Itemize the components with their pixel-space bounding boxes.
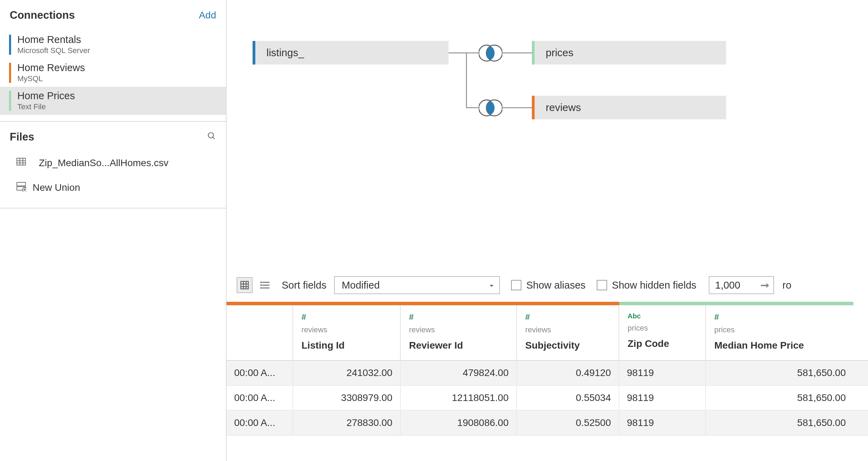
- sort-fields-select[interactable]: Modified: [334, 276, 500, 294]
- column-type: #: [525, 312, 610, 322]
- column-header[interactable]: # reviews Subjectivity: [517, 305, 619, 360]
- connector-line: [502, 52, 532, 53]
- grid-view-button[interactable]: [237, 277, 253, 293]
- column-header[interactable]: # reviews Reviewer Id: [401, 305, 517, 360]
- cell: 479824.00: [401, 361, 517, 385]
- column-type: Abc: [628, 312, 697, 320]
- files-section: Files Zip_MedianSo...AllHomes.csv New Un…: [0, 122, 226, 208]
- column-header[interactable]: [227, 305, 293, 360]
- svg-rect-14: [241, 281, 248, 289]
- connection-item-reviews[interactable]: Home Reviews MySQL: [0, 59, 226, 87]
- table-node-listings[interactable]: listings_: [253, 41, 449, 65]
- connection-color-bar: [9, 35, 11, 55]
- connector-line: [466, 52, 467, 108]
- column-name: Subjectivity: [525, 340, 610, 351]
- connections-list: Home Rentals Microsoft SQL Server Home R…: [10, 31, 216, 115]
- column-source: reviews: [525, 325, 610, 334]
- join-icon[interactable]: [479, 97, 502, 119]
- connection-item-rentals[interactable]: Home Rentals Microsoft SQL Server: [0, 31, 226, 59]
- show-hidden-checkbox[interactable]: Show hidden fields: [597, 280, 696, 291]
- sort-fields-label: Sort fields: [282, 280, 326, 291]
- node-color-bar: [532, 96, 535, 119]
- column-header[interactable]: Abc prices Zip Code: [619, 305, 706, 360]
- data-grid: # reviews Listing Id # reviews Reviewer …: [227, 302, 868, 461]
- strip-segment: [401, 302, 517, 305]
- sort-fields-value: Modified: [342, 280, 380, 291]
- column-source: reviews: [409, 325, 508, 334]
- connection-subtype: Text File: [17, 102, 75, 111]
- data-toolbar: Sort fields Modified Show aliases Show h…: [237, 275, 868, 296]
- connector-line: [466, 107, 479, 108]
- column-name: Zip Code: [628, 338, 697, 349]
- main-area: listings_ prices reviews: [227, 0, 868, 461]
- svg-rect-2: [17, 158, 26, 165]
- node-color-bar: [532, 41, 535, 65]
- column-name: Listing Id: [301, 340, 392, 351]
- cell: 0.55034: [517, 386, 619, 410]
- svg-point-0: [208, 133, 213, 138]
- svg-point-22: [261, 282, 261, 283]
- svg-point-23: [261, 285, 261, 285]
- connector-line: [449, 52, 479, 53]
- sidebar: Connections Add Home Rentals Microsoft S…: [0, 0, 227, 461]
- add-connection-button[interactable]: Add: [199, 10, 216, 21]
- strip-segment: [227, 302, 293, 305]
- table-row[interactable]: 00:00 A... 241032.00 479824.00 0.49120 9…: [227, 361, 868, 386]
- union-icon: [16, 181, 26, 194]
- table-node-reviews[interactable]: reviews: [532, 96, 726, 119]
- cell: 278830.00: [293, 411, 401, 435]
- connection-subtype: Microsoft SQL Server: [17, 46, 90, 55]
- strip-segment: [293, 302, 401, 305]
- cell: 581,650.00: [706, 361, 853, 385]
- strip-segment: [619, 302, 706, 305]
- file-item[interactable]: Zip_MedianSo...AllHomes.csv: [10, 153, 216, 178]
- join-canvas[interactable]: listings_ prices reviews: [227, 0, 868, 260]
- row-limit-input[interactable]: 1,000: [709, 276, 774, 294]
- table-row[interactable]: 00:00 A... 3308979.00 12118051.00 0.5503…: [227, 386, 868, 411]
- column-source: reviews: [301, 325, 392, 334]
- strip-segment: [706, 302, 853, 305]
- chevron-down-icon: [489, 280, 494, 291]
- file-name: Zip_MedianSo...AllHomes.csv: [39, 157, 168, 169]
- node-label: listings_: [255, 47, 304, 59]
- cell: 581,650.00: [706, 386, 853, 410]
- connections-title: Connections: [10, 9, 75, 22]
- svg-line-1: [213, 137, 214, 139]
- table-row[interactable]: 00:00 A... 278830.00 1908086.00 0.52500 …: [227, 411, 868, 436]
- table-node-prices[interactable]: prices: [532, 41, 726, 65]
- column-header[interactable]: # prices Median Home Price: [706, 305, 853, 360]
- connection-item-prices[interactable]: Home Prices Text File: [0, 87, 226, 115]
- node-color-bar: [253, 41, 255, 65]
- column-name: Median Home Price: [714, 340, 845, 351]
- files-title: Files: [10, 131, 34, 143]
- source-strip: [227, 302, 868, 305]
- connection-name: Home Prices: [17, 90, 75, 102]
- connections-header: Connections Add: [10, 9, 216, 22]
- column-source: prices: [714, 325, 845, 334]
- cell: 0.52500: [517, 411, 619, 435]
- cell: 00:00 A...: [227, 411, 293, 435]
- svg-point-24: [261, 288, 261, 288]
- connections-section: Connections Add Home Rentals Microsoft S…: [0, 0, 226, 121]
- show-aliases-checkbox[interactable]: Show aliases: [511, 280, 586, 291]
- column-name: Reviewer Id: [409, 340, 508, 351]
- cell: 98119: [619, 361, 706, 385]
- app-root: Connections Add Home Rentals Microsoft S…: [0, 0, 868, 461]
- list-view-button[interactable]: [257, 277, 273, 293]
- join-icon[interactable]: [479, 42, 502, 64]
- column-header[interactable]: # reviews Listing Id: [293, 305, 401, 360]
- connection-color-bar: [9, 91, 11, 111]
- checkbox-box: [597, 280, 607, 290]
- arrow-right-icon: [761, 280, 769, 291]
- node-label: reviews: [535, 102, 581, 113]
- checkbox-label: Show hidden fields: [612, 280, 696, 291]
- sidebar-divider: [0, 208, 226, 208]
- new-union-label: New Union: [33, 182, 80, 193]
- connection-name: Home Rentals: [17, 34, 90, 45]
- new-union-button[interactable]: New Union: [10, 178, 216, 202]
- node-label: prices: [535, 47, 573, 59]
- column-type: #: [409, 312, 508, 322]
- cell: 0.49120: [517, 361, 619, 385]
- search-icon[interactable]: [207, 131, 216, 143]
- connection-subtype: MySQL: [17, 74, 85, 83]
